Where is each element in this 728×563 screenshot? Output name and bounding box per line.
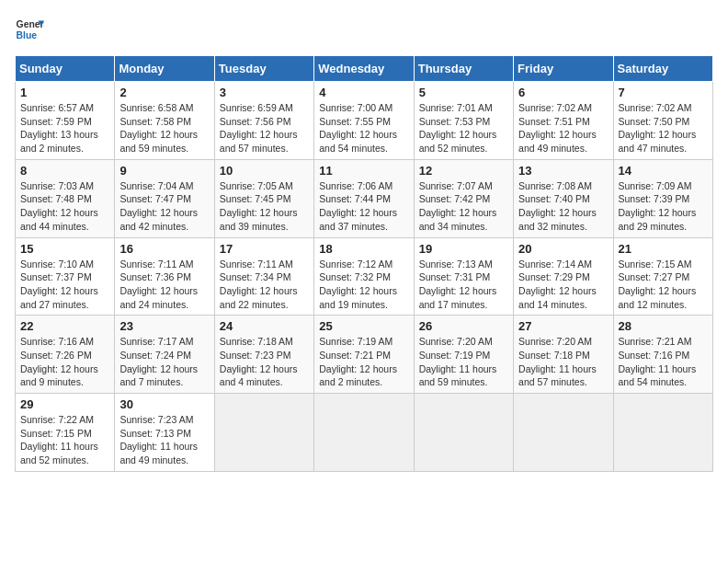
calendar-cell: 18Sunrise: 7:12 AM Sunset: 7:32 PM Dayli…: [314, 237, 414, 316]
day-info: Sunrise: 7:23 AM Sunset: 7:13 PM Dayligh…: [119, 413, 209, 467]
calendar-cell: [314, 394, 414, 472]
calendar-cell: 14Sunrise: 7:09 AM Sunset: 7:39 PM Dayli…: [613, 159, 712, 237]
day-number: 14: [619, 164, 708, 178]
day-info: Sunrise: 7:15 AM Sunset: 7:27 PM Dayligh…: [619, 258, 708, 312]
calendar-header: SundayMondayTuesdayWednesdayThursdayFrid…: [16, 56, 713, 82]
logo-icon: General Blue: [15, 15, 44, 44]
calendar-week-2: 8Sunrise: 7:03 AM Sunset: 7:48 PM Daylig…: [16, 159, 713, 237]
logo: General Blue: [15, 15, 44, 44]
calendar-cell: 24Sunrise: 7:18 AM Sunset: 7:23 PM Dayli…: [214, 316, 313, 394]
day-info: Sunrise: 7:06 AM Sunset: 7:44 PM Dayligh…: [319, 179, 408, 234]
day-info: Sunrise: 7:04 AM Sunset: 7:47 PM Dayligh…: [119, 179, 209, 234]
calendar-cell: [214, 394, 313, 472]
day-number: 1: [20, 86, 109, 99]
day-info: Sunrise: 7:20 AM Sunset: 7:19 PM Dayligh…: [419, 335, 508, 389]
calendar-cell: 22Sunrise: 7:16 AM Sunset: 7:26 PM Dayli…: [16, 316, 115, 394]
day-info: Sunrise: 7:19 AM Sunset: 7:21 PM Dayligh…: [319, 335, 408, 389]
day-number: 30: [119, 397, 209, 411]
calendar-cell: 19Sunrise: 7:13 AM Sunset: 7:31 PM Dayli…: [414, 237, 513, 316]
day-info: Sunrise: 7:01 AM Sunset: 7:53 PM Dayligh…: [419, 101, 508, 155]
calendar-cell: 3Sunrise: 6:59 AM Sunset: 7:56 PM Daylig…: [214, 82, 313, 160]
calendar-cell: 28Sunrise: 7:21 AM Sunset: 7:16 PM Dayli…: [613, 316, 712, 394]
day-info: Sunrise: 7:11 AM Sunset: 7:34 PM Dayligh…: [220, 258, 309, 312]
day-info: Sunrise: 7:16 AM Sunset: 7:26 PM Dayligh…: [20, 335, 109, 389]
calendar-cell: 1Sunrise: 6:57 AM Sunset: 7:59 PM Daylig…: [16, 82, 115, 160]
day-number: 6: [518, 86, 608, 99]
day-number: 8: [20, 164, 109, 178]
day-info: Sunrise: 7:17 AM Sunset: 7:24 PM Dayligh…: [119, 335, 209, 389]
day-number: 19: [419, 242, 508, 256]
calendar-cell: 27Sunrise: 7:20 AM Sunset: 7:18 PM Dayli…: [514, 316, 613, 394]
day-number: 24: [220, 319, 309, 333]
calendar-cell: 5Sunrise: 7:01 AM Sunset: 7:53 PM Daylig…: [414, 82, 513, 160]
day-info: Sunrise: 7:09 AM Sunset: 7:39 PM Dayligh…: [619, 179, 708, 234]
day-number: 2: [119, 86, 209, 99]
calendar-cell: 2Sunrise: 6:58 AM Sunset: 7:58 PM Daylig…: [115, 82, 214, 160]
day-info: Sunrise: 7:03 AM Sunset: 7:48 PM Dayligh…: [20, 179, 109, 234]
day-info: Sunrise: 6:57 AM Sunset: 7:59 PM Dayligh…: [20, 101, 109, 155]
day-number: 10: [220, 164, 309, 178]
day-info: Sunrise: 7:21 AM Sunset: 7:16 PM Dayligh…: [619, 335, 708, 389]
day-info: Sunrise: 6:58 AM Sunset: 7:58 PM Dayligh…: [119, 101, 209, 155]
calendar-cell: 13Sunrise: 7:08 AM Sunset: 7:40 PM Dayli…: [514, 159, 613, 237]
day-info: Sunrise: 7:20 AM Sunset: 7:18 PM Dayligh…: [518, 335, 608, 389]
weekday-header-wednesday: Wednesday: [314, 56, 414, 82]
calendar-cell: 25Sunrise: 7:19 AM Sunset: 7:21 PM Dayli…: [314, 316, 414, 394]
calendar-cell: [613, 394, 712, 472]
calendar-cell: [414, 394, 513, 472]
day-info: Sunrise: 7:11 AM Sunset: 7:36 PM Dayligh…: [119, 258, 209, 312]
calendar-cell: [514, 394, 613, 472]
calendar-cell: 4Sunrise: 7:00 AM Sunset: 7:55 PM Daylig…: [314, 82, 414, 160]
day-number: 7: [619, 86, 708, 99]
calendar-cell: 7Sunrise: 7:02 AM Sunset: 7:50 PM Daylig…: [613, 82, 712, 160]
weekday-header-friday: Friday: [514, 56, 613, 82]
day-number: 4: [319, 86, 408, 99]
day-number: 18: [319, 242, 408, 256]
day-number: 3: [220, 86, 309, 99]
calendar-cell: 16Sunrise: 7:11 AM Sunset: 7:36 PM Dayli…: [115, 237, 214, 316]
day-number: 9: [119, 164, 209, 178]
day-info: Sunrise: 7:13 AM Sunset: 7:31 PM Dayligh…: [419, 258, 508, 312]
day-info: Sunrise: 7:08 AM Sunset: 7:40 PM Dayligh…: [518, 179, 608, 234]
day-number: 27: [518, 319, 608, 333]
day-info: Sunrise: 7:14 AM Sunset: 7:29 PM Dayligh…: [518, 258, 608, 312]
calendar-cell: 29Sunrise: 7:22 AM Sunset: 7:15 PM Dayli…: [16, 394, 115, 472]
calendar-cell: 23Sunrise: 7:17 AM Sunset: 7:24 PM Dayli…: [115, 316, 214, 394]
day-info: Sunrise: 7:00 AM Sunset: 7:55 PM Dayligh…: [319, 101, 408, 155]
day-info: Sunrise: 7:10 AM Sunset: 7:37 PM Dayligh…: [20, 258, 109, 312]
calendar-cell: 20Sunrise: 7:14 AM Sunset: 7:29 PM Dayli…: [514, 237, 613, 316]
day-info: Sunrise: 7:07 AM Sunset: 7:42 PM Dayligh…: [419, 179, 508, 234]
day-info: Sunrise: 7:02 AM Sunset: 7:51 PM Dayligh…: [518, 101, 608, 155]
day-info: Sunrise: 7:05 AM Sunset: 7:45 PM Dayligh…: [220, 179, 309, 234]
weekday-header-thursday: Thursday: [414, 56, 513, 82]
calendar-cell: 26Sunrise: 7:20 AM Sunset: 7:19 PM Dayli…: [414, 316, 513, 394]
day-number: 17: [220, 242, 309, 256]
calendar-cell: 6Sunrise: 7:02 AM Sunset: 7:51 PM Daylig…: [514, 82, 613, 160]
day-info: Sunrise: 6:59 AM Sunset: 7:56 PM Dayligh…: [220, 101, 309, 155]
day-number: 25: [319, 319, 408, 333]
day-number: 16: [119, 242, 209, 256]
calendar-cell: 21Sunrise: 7:15 AM Sunset: 7:27 PM Dayli…: [613, 237, 712, 316]
day-number: 20: [518, 242, 608, 256]
page-header: General Blue: [15, 15, 713, 44]
day-number: 11: [319, 164, 408, 178]
calendar-cell: 30Sunrise: 7:23 AM Sunset: 7:13 PM Dayli…: [115, 394, 214, 472]
day-number: 26: [419, 319, 508, 333]
day-number: 5: [419, 86, 508, 99]
calendar-table: SundayMondayTuesdayWednesdayThursdayFrid…: [15, 55, 713, 472]
calendar-cell: 15Sunrise: 7:10 AM Sunset: 7:37 PM Dayli…: [16, 237, 115, 316]
calendar-cell: 17Sunrise: 7:11 AM Sunset: 7:34 PM Dayli…: [214, 237, 313, 316]
weekday-header-monday: Monday: [115, 56, 214, 82]
calendar-cell: 9Sunrise: 7:04 AM Sunset: 7:47 PM Daylig…: [115, 159, 214, 237]
svg-text:Blue: Blue: [17, 30, 38, 40]
calendar-cell: 11Sunrise: 7:06 AM Sunset: 7:44 PM Dayli…: [314, 159, 414, 237]
day-number: 22: [20, 319, 109, 333]
weekday-header-saturday: Saturday: [613, 56, 712, 82]
calendar-week-3: 15Sunrise: 7:10 AM Sunset: 7:37 PM Dayli…: [16, 237, 713, 316]
calendar-cell: 8Sunrise: 7:03 AM Sunset: 7:48 PM Daylig…: [16, 159, 115, 237]
calendar-week-1: 1Sunrise: 6:57 AM Sunset: 7:59 PM Daylig…: [16, 82, 713, 160]
day-info: Sunrise: 7:12 AM Sunset: 7:32 PM Dayligh…: [319, 258, 408, 312]
day-number: 21: [619, 242, 708, 256]
calendar-week-4: 22Sunrise: 7:16 AM Sunset: 7:26 PM Dayli…: [16, 316, 713, 394]
calendar-cell: 10Sunrise: 7:05 AM Sunset: 7:45 PM Dayli…: [214, 159, 313, 237]
